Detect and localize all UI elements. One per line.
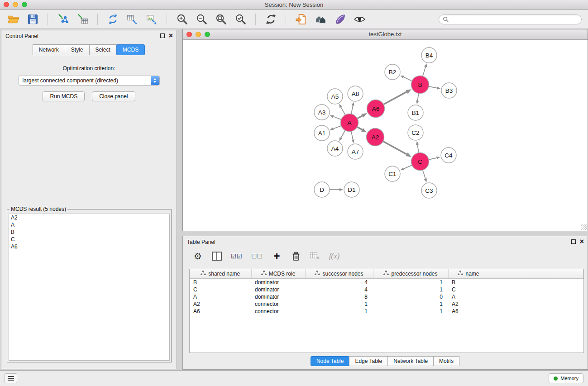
- column-header-successor-nodes[interactable]: successor nodes: [305, 269, 373, 279]
- edge-B-B2[interactable]: [404, 77, 412, 81]
- optimization-criterion-select[interactable]: largest connected component (directed): [19, 76, 160, 86]
- edge-A-A3[interactable]: [333, 117, 341, 120]
- table-tab-network-table[interactable]: Network Table: [387, 356, 434, 366]
- table-cell[interactable]: dominator: [251, 293, 305, 300]
- delete-column-button[interactable]: [291, 250, 301, 262]
- table-row[interactable]: Bdominator41B: [190, 279, 583, 286]
- edge-B-B1[interactable]: [417, 93, 419, 100]
- select-all-button[interactable]: ☑☑: [231, 250, 242, 262]
- network-graph[interactable]: B4B2BB3A5A8A6B1A3AC2A1A2A4A7C4CC1C3DD1: [183, 40, 588, 231]
- import-table-button[interactable]: [76, 13, 89, 26]
- table-cell[interactable]: A6: [448, 308, 489, 315]
- table-settings-button[interactable]: ⚙: [193, 250, 203, 262]
- edge-A-A1[interactable]: [333, 126, 341, 129]
- mcds-result-item[interactable]: B: [9, 229, 169, 236]
- close-panel-icon[interactable]: ×: [169, 33, 173, 38]
- zoom-out-button[interactable]: [195, 13, 208, 26]
- control-panel-tab-mcds[interactable]: MCDS: [116, 44, 145, 55]
- table-cell[interactable]: B: [190, 279, 251, 286]
- table-tab-motifs[interactable]: Motifs: [433, 356, 459, 366]
- deselect-all-button[interactable]: ☐☐: [251, 250, 263, 262]
- export-image-button[interactable]: [145, 13, 158, 26]
- edge-C-C1[interactable]: [404, 165, 412, 169]
- mcds-result-item[interactable]: C: [9, 236, 169, 243]
- mcds-result-item[interactable]: A6: [9, 243, 169, 250]
- edge-A-A4[interactable]: [341, 130, 345, 138]
- close-panel-button[interactable]: Close panel: [92, 91, 135, 101]
- control-panel-tab-select[interactable]: Select: [89, 44, 117, 55]
- edge-C-C3[interactable]: [423, 170, 425, 179]
- function-builder-button[interactable]: f(x): [329, 250, 340, 262]
- zoom-fit-button[interactable]: [214, 13, 228, 26]
- search-input[interactable]: [451, 16, 578, 23]
- task-history-button[interactable]: [5, 373, 17, 383]
- edge-C-C4[interactable]: [429, 158, 437, 160]
- show-columns-button[interactable]: [212, 250, 222, 262]
- mcds-result-item[interactable]: A: [9, 221, 169, 229]
- table-cell[interactable]: C: [190, 286, 251, 293]
- mcds-result-item[interactable]: A2: [9, 214, 169, 221]
- table-cell[interactable]: 1: [373, 300, 448, 308]
- control-panel-tab-network[interactable]: Network: [33, 44, 65, 55]
- table-cell[interactable]: 0: [373, 293, 448, 300]
- table-cell[interactable]: A2: [448, 300, 489, 308]
- edge-A-A2[interactable]: [357, 127, 362, 130]
- column-header-name[interactable]: name: [448, 269, 489, 279]
- export-network-button[interactable]: [106, 13, 120, 26]
- window-titlebar[interactable]: Session: New Session: [0, 0, 588, 10]
- zoom-in-button[interactable]: [175, 13, 189, 26]
- edge-B-B4[interactable]: [423, 67, 425, 76]
- float-table-panel-icon[interactable]: [571, 239, 576, 244]
- edge-C-C2[interactable]: [417, 145, 419, 153]
- refresh-layout-button[interactable]: [264, 13, 277, 26]
- table-tab-node-table[interactable]: Node Table: [311, 356, 350, 366]
- table-cell[interactable]: 1: [373, 286, 448, 293]
- table-cell[interactable]: 4: [305, 279, 373, 286]
- network-window-titlebar[interactable]: testGlobe.txt: [183, 29, 588, 40]
- table-cell[interactable]: connector: [251, 300, 305, 308]
- mcds-result-list[interactable]: A2ABCA6: [9, 214, 170, 361]
- table-cell[interactable]: A6: [190, 308, 251, 315]
- import-network-button[interactable]: [56, 13, 70, 26]
- run-mcds-button[interactable]: Run MCDS: [43, 91, 85, 101]
- column-header-predecessor-nodes[interactable]: predecessor nodes: [373, 269, 448, 279]
- table-cell[interactable]: 1: [373, 279, 448, 286]
- table-cell[interactable]: C: [448, 286, 489, 293]
- edge-B-B3[interactable]: [429, 86, 437, 88]
- table-cell[interactable]: 1: [305, 308, 373, 315]
- search-box[interactable]: [439, 14, 582, 24]
- edge-A2-C[interactable]: [383, 141, 407, 154]
- table-cell[interactable]: 1: [305, 300, 373, 308]
- table-cell[interactable]: B: [448, 279, 489, 286]
- memory-button[interactable]: Memory: [549, 373, 583, 383]
- close-table-panel-icon[interactable]: ×: [580, 239, 584, 244]
- add-column-button[interactable]: +: [272, 250, 282, 262]
- zoom-selected-button[interactable]: [234, 13, 247, 26]
- table-row[interactable]: Cdominator41C: [190, 286, 583, 293]
- table-cell[interactable]: dominator: [251, 279, 305, 286]
- export-table-button[interactable]: [125, 13, 139, 26]
- float-panel-icon[interactable]: [160, 33, 165, 38]
- edge-A-A6[interactable]: [357, 116, 362, 119]
- table-cell[interactable]: 4: [305, 286, 373, 293]
- table-row[interactable]: A6connector11A6: [190, 308, 583, 315]
- edge-A-A7[interactable]: [351, 131, 353, 139]
- table-cell[interactable]: connector: [251, 308, 305, 315]
- edge-A-A8[interactable]: [351, 106, 353, 114]
- table-cell[interactable]: 1: [373, 308, 448, 315]
- save-session-button[interactable]: [26, 13, 39, 26]
- delete-table-button[interactable]: [310, 250, 320, 262]
- table-row[interactable]: A2connector11A2: [190, 300, 583, 308]
- network-canvas[interactable]: B4B2BB3A5A8A6B1A3AC2A1A2A4A7C4CC1C3DD1: [183, 40, 588, 231]
- table-cell[interactable]: A2: [190, 300, 251, 308]
- edge-A-A5[interactable]: [341, 107, 345, 115]
- table-cell[interactable]: dominator: [251, 286, 305, 293]
- toggle-visibility-button[interactable]: [353, 13, 366, 26]
- home-button[interactable]: [314, 13, 327, 26]
- table-cell[interactable]: 8: [305, 293, 373, 300]
- control-panel-tab-style[interactable]: Style: [65, 44, 90, 55]
- resize-grip[interactable]: [581, 224, 587, 230]
- apply-style-button[interactable]: [333, 13, 347, 26]
- table-cell[interactable]: A: [190, 293, 251, 300]
- open-session-button[interactable]: [6, 13, 20, 26]
